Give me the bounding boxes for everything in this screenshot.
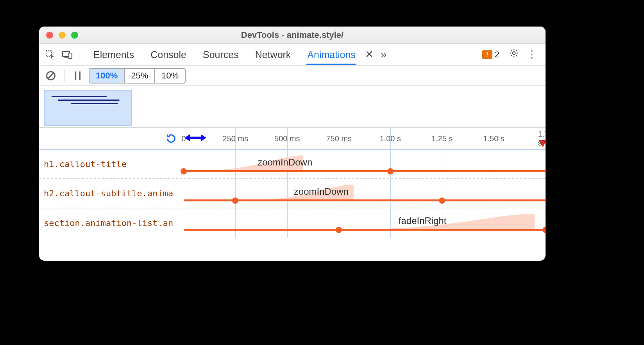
warning-icon: ! [482,50,492,59]
svg-point-4 [513,52,515,55]
issues-count: 2 [495,50,499,60]
ruler-tick: 250 ms [223,134,249,143]
devtools-tabbar: ElementsConsoleSourcesNetworkAnimations … [39,44,546,66]
animated-element-selector[interactable]: section.animation-list.an [39,218,184,228]
close-window-button[interactable] [46,32,53,39]
speed-25pct[interactable]: 25% [125,69,155,83]
device-toolbar-icon[interactable] [59,47,75,62]
issues-badge[interactable]: ! 2 [481,49,501,60]
animations-toolbar: 100%25%10% [39,66,546,86]
ruler-tick: 750 ms [326,134,352,143]
more-options-icon[interactable]: ⋮ [527,48,537,60]
clear-button[interactable] [44,69,58,83]
animation-groups-strip [39,86,546,128]
svg-marker-11 [201,134,206,141]
animation-name-label: fadeInRight [399,215,447,226]
playhead-handle-icon[interactable] [184,132,207,146]
replay-button[interactable] [164,132,178,146]
speed-10pct[interactable]: 10% [155,69,185,83]
keyframe-start[interactable] [336,227,342,233]
timeline-area: 0250 ms500 ms750 ms1.00 s1.25 s1.50 s1.7… [39,128,546,261]
devtools-window: DevTools - animate.style/ ElementsConsol… [39,27,546,261]
tab-elements[interactable]: Elements [93,44,135,64]
keyframe-end[interactable] [387,168,394,174]
animation-rows: h1.callout-titlezoomInDownh2.callout-sub… [39,150,546,238]
playback-speed-group: 100%25%10% [89,68,186,84]
timeline-ruler-row: 0250 ms500 ms750 ms1.00 s1.25 s1.50 s1.7… [39,128,546,150]
tab-console[interactable]: Console [150,44,187,64]
pause-button[interactable] [71,69,85,83]
keyframe-start[interactable] [181,168,187,174]
speed-100pct[interactable]: 100% [89,69,125,83]
maximize-window-button[interactable] [71,32,78,39]
animation-bar[interactable] [184,170,546,172]
animation-name-label: zoomInDown [258,157,312,168]
keyframe-start[interactable] [232,197,238,204]
ruler-tick: 500 ms [274,134,300,143]
keyframe-end[interactable] [542,227,546,233]
more-tabs-icon[interactable]: » [381,48,387,61]
inspect-element-icon[interactable] [42,47,58,62]
animation-track[interactable]: fadeInRight [184,208,546,238]
divider [79,48,79,61]
close-tab-icon[interactable]: ✕ [365,48,374,60]
tab-animations[interactable]: Animations [306,44,356,64]
window-titlebar: DevTools - animate.style/ [39,27,546,44]
ruler-tick: 1.25 s [431,134,453,143]
tab-network[interactable]: Network [254,44,292,64]
tab-sources[interactable]: Sources [202,44,240,64]
animation-track[interactable]: zoomInDown [184,179,546,208]
divider [64,69,64,82]
window-title: DevTools - animate.style/ [39,30,546,40]
ruler-tick: 1.00 s [379,134,401,143]
animation-bar[interactable] [184,229,546,231]
keyframe-end[interactable] [439,197,445,204]
animation-track[interactable]: zoomInDown [184,150,546,178]
animation-group-thumbnail[interactable] [44,90,132,126]
ruler-tick: 1.75 s [538,130,546,148]
settings-icon[interactable] [509,48,519,61]
svg-marker-10 [184,134,190,141]
animation-row: section.animation-list.anfadeInRight [39,208,546,238]
animation-row: h2.callout-subtitle.animazoomInDown [39,179,546,208]
ruler-tick: 1.50 s [483,134,504,143]
svg-line-6 [48,73,54,78]
animated-element-selector[interactable]: h2.callout-subtitle.anima [39,189,184,198]
animation-name-label: zoomInDown [294,186,349,197]
svg-rect-3 [69,53,72,59]
animated-element-selector[interactable]: h1.callout-title [39,159,184,169]
minimize-window-button[interactable] [59,32,66,39]
animation-row: h1.callout-titlezoomInDown [39,150,546,179]
